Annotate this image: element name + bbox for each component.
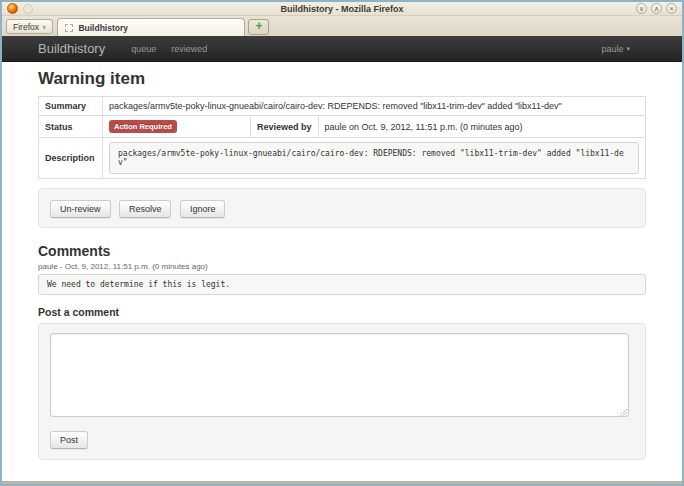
description-cell: packages/armv5te-poky-linux-gnueabi/cair… bbox=[103, 138, 646, 179]
new-tab-button[interactable]: + bbox=[248, 19, 269, 35]
status-label: Status bbox=[39, 116, 103, 138]
user-menu-label: paule bbox=[601, 44, 623, 54]
reviewed-by-label: Reviewed by bbox=[251, 116, 319, 138]
firefox-menu-button[interactable]: Firefox ∨ bbox=[6, 19, 53, 34]
resolve-button[interactable]: Resolve bbox=[119, 200, 172, 218]
post-comment-heading: Post a comment bbox=[38, 306, 646, 318]
page-content: Warning item Summary packages/armv5te-po… bbox=[2, 62, 682, 481]
reviewed-by-value: paule on Oct. 9, 2012, 11:51 p.m. (0 min… bbox=[318, 116, 645, 138]
tab-favicon-icon bbox=[65, 24, 73, 32]
status-badge: Action Required bbox=[109, 120, 177, 133]
site-navbar: Buildhistory queue reviewed paule ▾ bbox=[2, 36, 682, 62]
tab-buildhistory[interactable]: Buildhistory bbox=[57, 18, 245, 36]
titlebar: Buildhistory - Mozilla Firefox ∨ ∧ × bbox=[2, 2, 682, 16]
ignore-button[interactable]: Ignore bbox=[180, 200, 226, 218]
tab-strip: Firefox ∨ Buildhistory + bbox=[2, 16, 682, 36]
user-menu[interactable]: paule ▾ bbox=[601, 44, 630, 54]
tab-title: Buildhistory bbox=[78, 23, 128, 33]
nav-link-queue[interactable]: queue bbox=[131, 44, 156, 54]
minimize-icon[interactable]: ∨ bbox=[636, 3, 647, 14]
unreview-button[interactable]: Un-review bbox=[50, 200, 111, 218]
post-comment-panel: Post bbox=[38, 323, 646, 460]
description-value: packages/armv5te-poky-linux-gnueabi/cair… bbox=[109, 142, 639, 174]
chevron-down-icon: ∨ bbox=[42, 23, 46, 30]
page-title: Warning item bbox=[38, 69, 646, 89]
post-button[interactable]: Post bbox=[50, 431, 88, 449]
window-title: Buildhistory - Mozilla Firefox bbox=[2, 2, 682, 16]
description-label: Description bbox=[39, 138, 103, 179]
summary-label: Summary bbox=[39, 97, 103, 116]
comment-meta: paule - Oct. 9, 2012, 11:51 p.m. (0 minu… bbox=[38, 262, 646, 271]
table-row: Description packages/armv5te-poky-linux-… bbox=[39, 138, 646, 179]
comment-textarea[interactable] bbox=[50, 333, 629, 417]
window-bottom-frame bbox=[2, 481, 682, 484]
nav-link-reviewed[interactable]: reviewed bbox=[171, 44, 207, 54]
summary-value: packages/armv5te-poky-linux-gnueabi/cair… bbox=[103, 97, 646, 116]
firefox-menu-label: Firefox bbox=[13, 22, 39, 32]
navbar-brand[interactable]: Buildhistory bbox=[38, 41, 105, 56]
maximize-icon[interactable]: ∧ bbox=[651, 3, 662, 14]
table-row: Status Action Required Reviewed by paule… bbox=[39, 116, 646, 138]
table-row: Summary packages/armv5te-poky-linux-gnue… bbox=[39, 97, 646, 116]
status-cell: Action Required bbox=[103, 116, 251, 138]
firefox-window: Buildhistory - Mozilla Firefox ∨ ∧ × Fir… bbox=[0, 0, 684, 486]
browser-viewport: Buildhistory queue reviewed paule ▾ Warn… bbox=[2, 36, 682, 481]
action-bar: Un-review Resolve Ignore bbox=[38, 188, 646, 228]
comments-heading: Comments bbox=[38, 243, 646, 259]
caret-down-icon: ▾ bbox=[626, 45, 630, 53]
comment-body: We need to determine if this is legit. bbox=[38, 274, 646, 295]
warning-details-table: Summary packages/armv5te-poky-linux-gnue… bbox=[38, 96, 646, 179]
close-icon[interactable]: × bbox=[666, 3, 677, 14]
